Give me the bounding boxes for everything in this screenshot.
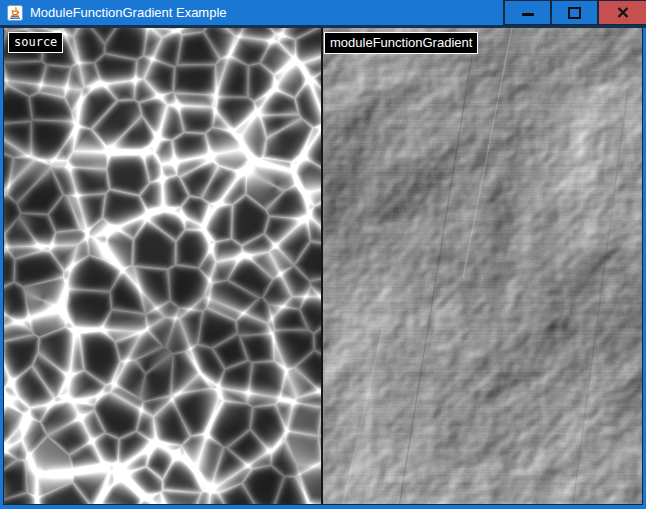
- maximize-icon: [568, 7, 581, 19]
- window-controls: [503, 0, 646, 25]
- module-function-gradient-image: [323, 28, 642, 504]
- content-area: source moduleFunctionGradient: [3, 28, 643, 504]
- titlebar[interactable]: ModuleFunctionGradient Example: [0, 0, 646, 25]
- source-image: [4, 28, 321, 504]
- module-function-gradient-label: moduleFunctionGradient: [324, 32, 478, 54]
- source-label: source: [8, 32, 63, 53]
- java-app-icon: [7, 5, 23, 21]
- minimize-icon: [522, 13, 534, 16]
- frame-inner-bottom-line: [3, 504, 643, 505]
- window-title: ModuleFunctionGradient Example: [30, 0, 227, 25]
- source-pane: source: [4, 28, 321, 504]
- minimize-button[interactable]: [505, 0, 550, 24]
- maximize-button[interactable]: [552, 0, 597, 24]
- close-button[interactable]: [599, 0, 646, 24]
- close-icon: [617, 7, 629, 18]
- window: ModuleFunctionGradient Example source mo…: [0, 0, 646, 509]
- module-function-gradient-pane: moduleFunctionGradient: [323, 28, 642, 504]
